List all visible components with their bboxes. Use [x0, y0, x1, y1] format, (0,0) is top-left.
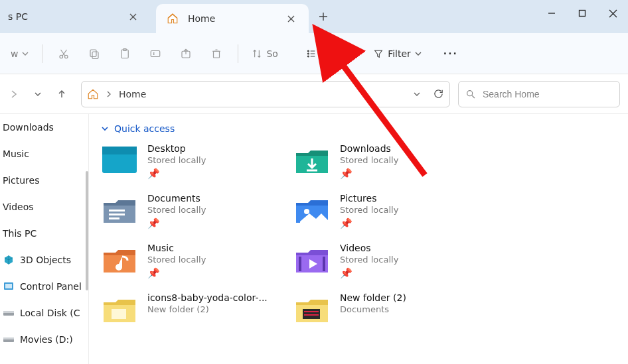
up-button[interactable]	[50, 83, 73, 105]
item-title: Music	[147, 243, 206, 253]
items-grid: Desktop Stored locally 📌 Downloads Store…	[101, 143, 616, 326]
delete-button[interactable]	[203, 40, 230, 67]
minimize-button[interactable]	[536, 0, 567, 27]
svg-rect-9	[214, 51, 220, 58]
folder-icon	[293, 292, 331, 326]
new-label: w	[11, 48, 18, 59]
sidebar-item-videos[interactable]: Videos	[0, 194, 88, 220]
videos-icon	[293, 243, 331, 276]
svg-point-11	[307, 53, 309, 54]
group-title: Quick access	[114, 123, 175, 134]
view-menu-button[interactable]: View	[301, 40, 358, 67]
address-bar[interactable]: Home	[81, 81, 450, 107]
group-quick-access[interactable]: Quick access	[101, 123, 616, 134]
rename-button[interactable]	[142, 40, 169, 67]
recent-dropdown-button[interactable]	[27, 83, 49, 105]
svg-rect-26	[299, 257, 301, 271]
close-tab-icon[interactable]	[283, 11, 298, 26]
drive-icon	[3, 334, 15, 345]
chevron-right-icon[interactable]	[106, 91, 112, 97]
item-sub: Documents	[340, 304, 406, 314]
sidebar-item-controlpanel[interactable]: Control Panel	[0, 273, 88, 300]
home-icon	[167, 13, 179, 25]
address-dropdown-icon[interactable]	[413, 90, 421, 98]
item-pictures[interactable]: Pictures Stored locally 📌	[293, 193, 479, 229]
tab-home[interactable]: Home	[156, 4, 309, 33]
close-tab-icon[interactable]	[125, 9, 140, 24]
svg-rect-4	[92, 52, 98, 59]
item-title: Documents	[147, 193, 206, 204]
item-sub: Stored locally	[147, 255, 206, 265]
svg-point-1	[60, 55, 63, 58]
close-window-button[interactable]	[597, 0, 628, 27]
search-icon	[465, 89, 476, 99]
svg-rect-17	[3, 311, 14, 313]
search-box[interactable]	[458, 81, 620, 107]
documents-icon	[101, 193, 138, 226]
svg-rect-31	[304, 314, 319, 316]
sort-label: So	[266, 48, 277, 59]
item-downloads[interactable]: Downloads Stored locally 📌	[293, 143, 479, 180]
address-row: Home	[0, 74, 628, 114]
item-videos[interactable]: Videos Stored locally 📌	[293, 243, 479, 279]
sidebar-item-label: Music	[3, 149, 29, 159]
search-input[interactable]	[483, 89, 613, 99]
sidebar-item-label: Movies (D:)	[20, 334, 73, 345]
paste-button[interactable]	[112, 40, 138, 67]
sidebar-item-3dobjects[interactable]: 3D Objects	[0, 247, 88, 273]
svg-point-25	[304, 209, 309, 214]
item-yoda-folder[interactable]: icons8-baby-yoda-color-... New folder (2…	[101, 292, 287, 326]
item-desktop[interactable]: Desktop Stored locally 📌	[101, 143, 287, 180]
maximize-button[interactable]	[567, 0, 597, 27]
svg-rect-24	[109, 217, 119, 219]
item-title: Videos	[340, 243, 398, 253]
copy-button[interactable]	[81, 40, 108, 67]
sidebar-item-pictures[interactable]: Pictures	[0, 167, 88, 194]
filter-menu-button[interactable]: Filter	[368, 40, 427, 67]
sidebar-item-thispc[interactable]: This PC	[0, 220, 88, 247]
sort-menu-button[interactable]: So	[246, 40, 283, 67]
svg-point-10	[307, 50, 309, 52]
svg-point-12	[307, 56, 309, 57]
item-documents[interactable]: Documents Stored locally 📌	[101, 193, 287, 229]
nav-buttons	[0, 83, 73, 105]
sidebar-item-music[interactable]: Music	[0, 141, 88, 167]
new-tab-button[interactable]	[309, 0, 338, 33]
sidebar-item-label: Local Disk (C	[20, 308, 80, 318]
svg-rect-29	[303, 309, 320, 319]
item-title: Pictures	[340, 193, 398, 204]
item-sub: New folder (2)	[147, 304, 268, 314]
svg-point-2	[65, 55, 68, 58]
titlebar: s PC Home	[0, 0, 628, 33]
pictures-icon	[293, 193, 331, 226]
pin-icon: 📌	[147, 217, 206, 229]
downloads-icon	[293, 143, 331, 176]
sidebar-scrollbar[interactable]	[86, 171, 88, 290]
forward-button[interactable]	[3, 83, 25, 105]
svg-rect-28	[112, 309, 126, 319]
item-new-folder-2[interactable]: New folder (2) Documents	[293, 292, 479, 326]
item-music[interactable]: Music Stored locally 📌	[101, 243, 287, 279]
new-menu-button[interactable]: w	[5, 40, 34, 67]
share-button[interactable]	[173, 40, 199, 67]
pin-icon: 📌	[340, 267, 398, 279]
sidebar-item-downloads[interactable]: Downloads	[0, 114, 88, 141]
refresh-button[interactable]	[433, 88, 444, 99]
item-title: New folder (2)	[340, 292, 406, 303]
sidebar-item-localdisk-c[interactable]: Local Disk (C	[0, 300, 88, 326]
filter-label: Filter	[388, 48, 411, 59]
svg-rect-21	[102, 147, 137, 154]
music-icon	[101, 243, 138, 276]
item-sub: Stored locally	[147, 205, 206, 215]
cut-button[interactable]	[50, 40, 77, 67]
sidebar-item-label: 3D Objects	[20, 255, 71, 265]
tab-thispc[interactable]: s PC	[0, 0, 156, 33]
svg-rect-0	[580, 11, 586, 17]
toolbar: w So View Filter ···	[0, 33, 628, 74]
more-button[interactable]: ···	[437, 40, 464, 67]
toolbar-separator	[42, 44, 42, 63]
window-controls	[536, 0, 628, 27]
svg-rect-23	[109, 213, 125, 215]
sidebar-item-movies-d[interactable]: Movies (D:)	[0, 326, 88, 353]
breadcrumb-home[interactable]: Home	[119, 89, 146, 99]
